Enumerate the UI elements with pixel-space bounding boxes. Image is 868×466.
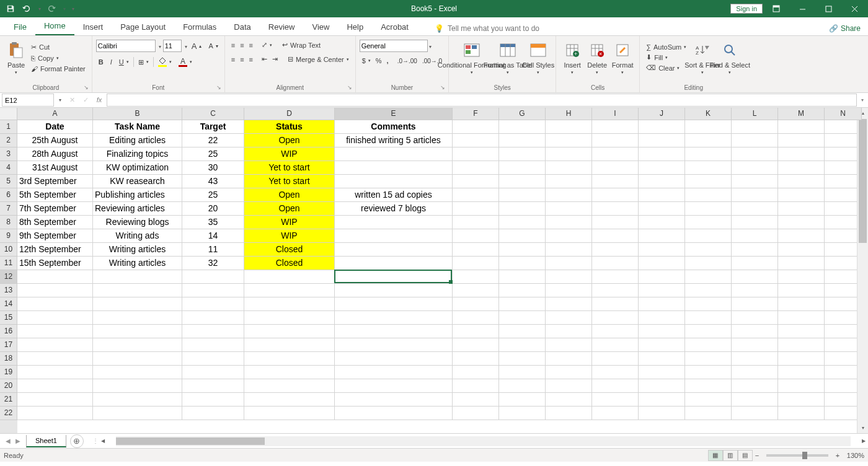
row-header-8[interactable]: 8 bbox=[0, 216, 17, 229]
tab-review[interactable]: Review bbox=[260, 19, 304, 35]
row-header-5[interactable]: 5 bbox=[0, 175, 17, 188]
zoom-slider-thumb[interactable] bbox=[802, 452, 807, 459]
comma-format-button[interactable]: , bbox=[384, 56, 391, 66]
cell-A13[interactable] bbox=[17, 284, 93, 297]
cell-D6[interactable]: Open bbox=[244, 188, 335, 202]
number-format-dropdown[interactable] bbox=[428, 42, 432, 50]
cell-L10[interactable] bbox=[732, 243, 778, 257]
cell-G16[interactable] bbox=[499, 325, 546, 338]
cell-G4[interactable] bbox=[499, 161, 546, 175]
cell-J11[interactable] bbox=[639, 257, 685, 270]
cell-N19[interactable] bbox=[825, 366, 857, 379]
percent-format-button[interactable]: % bbox=[373, 56, 384, 66]
vertical-scroll-thumb[interactable] bbox=[859, 119, 867, 243]
cell-C18[interactable] bbox=[182, 352, 244, 366]
cell-D5[interactable]: Yet to start bbox=[244, 175, 335, 188]
cell-G22[interactable] bbox=[499, 407, 546, 420]
row-header-10[interactable]: 10 bbox=[0, 243, 17, 257]
align-middle-button[interactable]: ≡ bbox=[237, 40, 246, 50]
close-button[interactable] bbox=[842, 0, 867, 17]
increase-indent-button[interactable]: ⇥ bbox=[270, 54, 280, 64]
cell-M16[interactable] bbox=[778, 325, 825, 338]
cell-K18[interactable] bbox=[685, 352, 732, 366]
cell-E9[interactable] bbox=[335, 229, 453, 243]
cell-L3[interactable] bbox=[732, 147, 778, 161]
cell-E16[interactable] bbox=[335, 325, 453, 338]
cell-G11[interactable] bbox=[499, 257, 546, 270]
cell-A4[interactable]: 31st August bbox=[17, 161, 93, 175]
cell-F10[interactable] bbox=[453, 243, 499, 257]
row-header-6[interactable]: 6 bbox=[0, 188, 17, 202]
cell-L6[interactable] bbox=[732, 188, 778, 202]
cell-J6[interactable] bbox=[639, 188, 685, 202]
cell-J15[interactable] bbox=[639, 311, 685, 325]
cell-F18[interactable] bbox=[453, 352, 499, 366]
cell-C4[interactable]: 30 bbox=[182, 161, 244, 175]
cell-K2[interactable] bbox=[685, 134, 732, 147]
cell-I8[interactable] bbox=[592, 216, 639, 229]
cell-M13[interactable] bbox=[778, 284, 825, 297]
cell-F19[interactable] bbox=[453, 366, 499, 379]
cell-M7[interactable] bbox=[778, 202, 825, 216]
cell-L13[interactable] bbox=[732, 284, 778, 297]
cell-M22[interactable] bbox=[778, 407, 825, 420]
cell-D1[interactable]: Status bbox=[244, 120, 335, 134]
format-painter-button[interactable]: 🖌Format Painter bbox=[29, 64, 88, 74]
cell-L8[interactable] bbox=[732, 216, 778, 229]
cell-B21[interactable] bbox=[93, 393, 182, 407]
tell-me-search[interactable]: 💡 Tell me what you want to do bbox=[430, 22, 544, 35]
cell-B15[interactable] bbox=[93, 311, 182, 325]
column-header-K[interactable]: K bbox=[685, 108, 732, 120]
cell-D14[interactable] bbox=[244, 297, 335, 311]
underline-button[interactable]: U▾ bbox=[117, 57, 131, 67]
cell-A10[interactable]: 12th September bbox=[17, 243, 93, 257]
cell-K22[interactable] bbox=[685, 407, 732, 420]
cell-K4[interactable] bbox=[685, 161, 732, 175]
cell-J18[interactable] bbox=[639, 352, 685, 366]
cell-G6[interactable] bbox=[499, 188, 546, 202]
font-dialog-launcher[interactable]: ↘ bbox=[216, 84, 223, 90]
row-header-11[interactable]: 11 bbox=[0, 257, 17, 270]
cell-A3[interactable]: 28th August bbox=[17, 147, 93, 161]
confirm-edit-button[interactable]: ✓ bbox=[79, 96, 92, 104]
cell-E5[interactable] bbox=[335, 175, 453, 188]
cell-H8[interactable] bbox=[546, 216, 592, 229]
cell-J21[interactable] bbox=[639, 393, 685, 407]
cell-H11[interactable] bbox=[546, 257, 592, 270]
sheet-nav-prev[interactable]: ◀ bbox=[4, 437, 12, 444]
cell-M3[interactable] bbox=[778, 147, 825, 161]
undo-dropdown[interactable] bbox=[36, 2, 42, 15]
zoom-in-button[interactable]: + bbox=[833, 452, 842, 459]
cell-B22[interactable] bbox=[93, 407, 182, 420]
cell-N1[interactable] bbox=[825, 120, 857, 134]
column-header-I[interactable]: I bbox=[592, 108, 639, 120]
increase-decimal-button[interactable]: .0→.00 bbox=[395, 56, 420, 66]
cell-L12[interactable] bbox=[732, 270, 778, 284]
cell-J4[interactable] bbox=[639, 161, 685, 175]
column-header-B[interactable]: B bbox=[93, 108, 182, 120]
cell-J14[interactable] bbox=[639, 297, 685, 311]
cell-A20[interactable] bbox=[17, 379, 93, 393]
cell-A2[interactable]: 25th August bbox=[17, 134, 93, 147]
cell-G12[interactable] bbox=[499, 270, 546, 284]
cell-D12[interactable] bbox=[244, 270, 335, 284]
row-header-19[interactable]: 19 bbox=[0, 366, 17, 379]
cell-H10[interactable] bbox=[546, 243, 592, 257]
cell-C13[interactable] bbox=[182, 284, 244, 297]
cell-N8[interactable] bbox=[825, 216, 857, 229]
cell-L22[interactable] bbox=[732, 407, 778, 420]
cell-D22[interactable] bbox=[244, 407, 335, 420]
name-box-dropdown[interactable]: ▾ bbox=[56, 97, 64, 103]
signin-button[interactable]: Sign in bbox=[730, 4, 763, 14]
border-button[interactable]: ⊞▾ bbox=[136, 57, 151, 68]
cell-I16[interactable] bbox=[592, 325, 639, 338]
cell-J8[interactable] bbox=[639, 216, 685, 229]
cell-C20[interactable] bbox=[182, 379, 244, 393]
cell-I22[interactable] bbox=[592, 407, 639, 420]
cell-B7[interactable]: Reviewing articles bbox=[93, 202, 182, 216]
cell-K17[interactable] bbox=[685, 338, 732, 352]
cell-I7[interactable] bbox=[592, 202, 639, 216]
qat-customize[interactable] bbox=[69, 2, 76, 15]
cell-L11[interactable] bbox=[732, 257, 778, 270]
cell-E3[interactable] bbox=[335, 147, 453, 161]
